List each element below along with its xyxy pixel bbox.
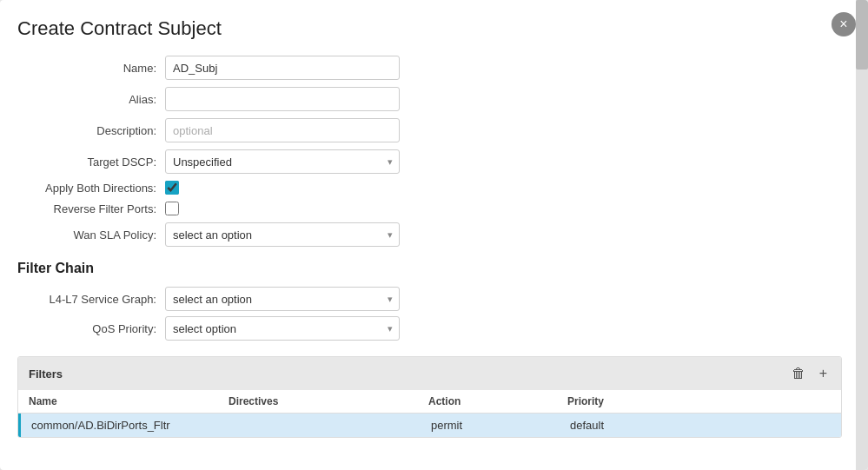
filter-chain-section: Filter Chain L4-L7 Service Graph: select… [17, 261, 842, 341]
l4-l7-row: L4-L7 Service Graph: select an option ▾ [17, 287, 842, 311]
wan-sla-policy-select[interactable]: select an option [165, 222, 400, 247]
reverse-filter-ports-checkbox[interactable] [165, 202, 179, 215]
plus-icon: + [819, 366, 827, 381]
l4-l7-wrapper: select an option ▾ [165, 287, 400, 311]
col-header-directives: Directives [229, 395, 428, 407]
row-priority: default [570, 419, 709, 432]
apply-both-directions-label: Apply Both Directions: [17, 182, 165, 195]
description-label: Description: [17, 124, 165, 137]
row-action: permit [431, 419, 570, 432]
col-header-name: Name [29, 395, 229, 407]
qos-priority-row: QoS Priority: select option ▾ [17, 316, 842, 341]
description-input[interactable] [165, 118, 400, 142]
qos-priority-select[interactable]: select option [165, 316, 400, 341]
name-label: Name: [17, 62, 165, 75]
filters-header: Filters 🗑 + [18, 357, 841, 390]
alias-row: Alias: [17, 87, 842, 111]
wan-sla-policy-row: Wan SLA Policy: select an option ▾ [17, 222, 842, 247]
form-section: Name: Alias: Description: Target DSCP: U… [17, 56, 842, 252]
qos-priority-label: QoS Priority: [17, 322, 165, 335]
col-header-priority: Priority [567, 395, 706, 407]
scrollbar-track[interactable] [856, 0, 868, 470]
table-header-row: Name Directives Action Priority [18, 390, 841, 414]
create-contract-subject-modal: × Create Contract Subject Name: Alias: D… [0, 0, 868, 470]
delete-filter-button[interactable]: 🗑 [788, 364, 809, 383]
wan-sla-policy-label: Wan SLA Policy: [17, 228, 165, 242]
table-row[interactable]: common/AD.BiDirPorts_Fltr permit default [18, 414, 841, 437]
reverse-filter-ports-row: Reverse Filter Ports: [17, 202, 842, 215]
apply-both-directions-checkbox[interactable] [165, 181, 179, 195]
trash-icon: 🗑 [792, 366, 805, 381]
alias-input[interactable] [165, 87, 400, 111]
filters-header-actions: 🗑 + [788, 364, 831, 383]
target-dscp-select[interactable]: Unspecified AF11 AF12 EF [165, 149, 400, 174]
name-input[interactable] [165, 56, 400, 80]
qos-priority-wrapper: select option ▾ [165, 316, 400, 341]
modal-title: Create Contract Subject [17, 17, 842, 40]
name-row: Name: [17, 56, 842, 80]
filters-table: Filters 🗑 + Name Directives Action Prior… [17, 356, 842, 438]
filters-title: Filters [29, 367, 788, 381]
l4-l7-label: L4-L7 Service Graph: [17, 293, 165, 306]
add-filter-button[interactable]: + [816, 364, 831, 383]
col-header-action: Action [428, 395, 567, 407]
target-dscp-wrapper: Unspecified AF11 AF12 EF ▾ [165, 149, 400, 174]
l4-l7-select[interactable]: select an option [165, 287, 400, 311]
alias-label: Alias: [17, 93, 165, 106]
close-button[interactable]: × [832, 12, 856, 36]
row-directives [231, 419, 431, 432]
target-dscp-label: Target DSCP: [17, 156, 165, 169]
wan-sla-policy-wrapper: select an option ▾ [165, 222, 400, 247]
apply-both-directions-row: Apply Both Directions: [17, 181, 842, 195]
description-row: Description: [17, 118, 842, 142]
scrollbar-thumb[interactable] [856, 0, 868, 70]
target-dscp-row: Target DSCP: Unspecified AF11 AF12 EF ▾ [17, 149, 842, 174]
reverse-filter-ports-label: Reverse Filter Ports: [17, 202, 165, 215]
filter-chain-title: Filter Chain [17, 261, 842, 276]
row-name: common/AD.BiDirPorts_Fltr [31, 419, 231, 432]
close-icon: × [839, 17, 847, 31]
